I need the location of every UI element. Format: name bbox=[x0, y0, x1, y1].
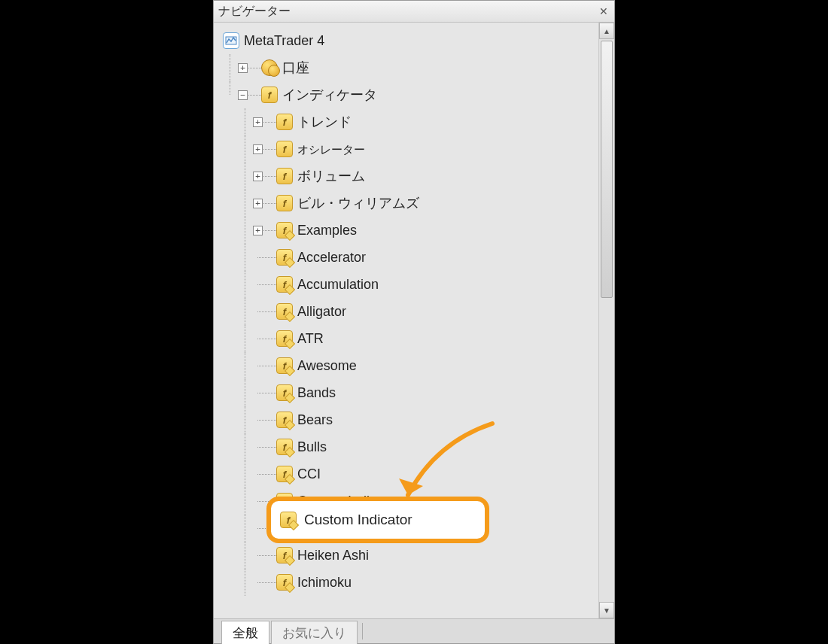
expand-toggle[interactable]: + bbox=[253, 226, 263, 235]
expand-toggle[interactable]: + bbox=[238, 63, 248, 73]
function-icon: f bbox=[261, 87, 278, 103]
tree-root[interactable]: MetaTrader 4 bbox=[223, 27, 595, 54]
expand-toggle[interactable]: + bbox=[253, 199, 263, 208]
tree-item-label: Accumulation bbox=[297, 278, 379, 291]
tree-item-cci[interactable]: f CCI bbox=[223, 460, 595, 488]
tree-item-label: ATR bbox=[297, 332, 324, 345]
tree-folder-trend[interactable]: + f トレンド bbox=[223, 108, 595, 135]
tree-item-awesome[interactable]: f Awesome bbox=[223, 352, 595, 379]
function-icon: f bbox=[276, 141, 293, 157]
function-icon: f bbox=[276, 493, 293, 509]
tree-item-accelerator[interactable]: f Accelerator bbox=[223, 244, 595, 271]
tree-root-label: MetaTrader 4 bbox=[244, 34, 324, 47]
tree-item-label: Custom Moving Averages bbox=[297, 521, 452, 535]
function-icon: f bbox=[276, 168, 293, 184]
tree-item-accumulation[interactable]: f Accumulation bbox=[223, 271, 595, 298]
function-icon: f bbox=[276, 303, 293, 320]
tree-item-custom-indicator[interactable]: f Custom Indicator bbox=[223, 488, 595, 515]
navigator-panel: ナビゲーター ✕ MetaTrader 4 + 口座 bbox=[213, 0, 615, 644]
expand-toggle[interactable]: + bbox=[253, 172, 263, 181]
tree-item-label: Alligator bbox=[297, 305, 346, 318]
app-icon bbox=[223, 32, 239, 49]
tree-item-label: Heiken Ashi bbox=[297, 548, 369, 562]
tab-label: 全般 bbox=[233, 626, 258, 640]
tree-item-label: Examples bbox=[297, 223, 357, 237]
function-icon: f bbox=[276, 412, 293, 428]
tree-folder-examples[interactable]: + f Examples bbox=[223, 217, 595, 244]
vertical-scrollbar[interactable]: ▲ ▼ bbox=[598, 23, 614, 618]
tree-item-atr[interactable]: f ATR bbox=[223, 325, 595, 352]
tab-general[interactable]: 全般 bbox=[221, 621, 269, 644]
tab-favorite[interactable]: お気に入り bbox=[271, 621, 358, 644]
scroll-track[interactable] bbox=[599, 39, 614, 602]
panel-titlebar: ナビゲーター ✕ bbox=[214, 1, 614, 23]
function-icon: f bbox=[276, 384, 293, 401]
function-icon: f bbox=[276, 574, 293, 591]
tree-item-ichimoku[interactable]: f Ichimoku bbox=[223, 569, 595, 596]
tab-label: お気に入り bbox=[282, 626, 346, 640]
tree-item-label: インディケータ bbox=[282, 88, 377, 102]
accounts-icon bbox=[261, 59, 278, 76]
function-icon: f bbox=[276, 114, 293, 130]
tree-item-label: ビル・ウィリアムズ bbox=[297, 196, 419, 210]
function-icon: f bbox=[276, 547, 293, 564]
tree-item-heiken-ashi[interactable]: f Heiken Ashi bbox=[223, 542, 595, 569]
tree-folder-volume[interactable]: + f ボリューム bbox=[223, 163, 595, 190]
tree-item-label: ボリューム bbox=[297, 169, 365, 183]
function-icon: f bbox=[276, 520, 293, 536]
expand-toggle[interactable]: + bbox=[253, 117, 263, 127]
function-icon: f bbox=[276, 439, 293, 455]
tree: MetaTrader 4 + 口座 − f インディケータ bbox=[214, 23, 598, 596]
tree-area: MetaTrader 4 + 口座 − f インディケータ bbox=[214, 23, 614, 618]
scroll-down-icon[interactable]: ▼ bbox=[599, 602, 614, 618]
tree-item-label: 口座 bbox=[282, 61, 309, 74]
tab-divider bbox=[362, 623, 364, 639]
tree-item-custom-moving-averages[interactable]: f Custom Moving Averages bbox=[223, 515, 595, 542]
tree-item-label: Awesome bbox=[297, 359, 357, 372]
function-icon: f bbox=[276, 357, 293, 374]
panel-title: ナビゲーター bbox=[218, 4, 598, 20]
tree-item-label: トレンド bbox=[297, 115, 352, 129]
tree-indicators[interactable]: − f インディケータ bbox=[223, 81, 595, 108]
tree-item-label: Accelerator bbox=[297, 251, 366, 264]
expand-toggle[interactable]: + bbox=[253, 144, 263, 154]
tree-folder-oscillator[interactable]: + f オシレーター bbox=[223, 135, 595, 163]
tree-item-label: CCI bbox=[297, 467, 321, 481]
function-icon: f bbox=[276, 466, 293, 482]
function-icon: f bbox=[276, 249, 293, 266]
tree-scroll[interactable]: MetaTrader 4 + 口座 − f インディケータ bbox=[214, 23, 598, 618]
function-icon: f bbox=[276, 330, 293, 347]
close-icon[interactable]: ✕ bbox=[598, 5, 610, 17]
tree-item-label: Bands bbox=[297, 386, 336, 399]
tree-item-alligator[interactable]: f Alligator bbox=[223, 298, 595, 325]
tree-item-bears[interactable]: f Bears bbox=[223, 406, 595, 433]
tree-item-label: Bulls bbox=[297, 440, 327, 454]
function-icon: f bbox=[276, 222, 293, 238]
function-icon: f bbox=[276, 195, 293, 211]
bottom-tabs: 全般 お気に入り bbox=[214, 618, 614, 643]
tree-item-bulls[interactable]: f Bulls bbox=[223, 433, 595, 460]
tree-item-label: Ichimoku bbox=[297, 576, 352, 589]
tree-folder-bill-williams[interactable]: + f ビル・ウィリアムズ bbox=[223, 190, 595, 217]
tree-item-label: Custom Indicator bbox=[297, 494, 400, 508]
scroll-up-icon[interactable]: ▲ bbox=[599, 23, 614, 39]
function-icon: f bbox=[276, 276, 293, 293]
tree-accounts[interactable]: + 口座 bbox=[223, 54, 595, 81]
tree-item-label: オシレーター bbox=[297, 144, 365, 155]
collapse-toggle[interactable]: − bbox=[238, 90, 248, 100]
tree-item-label: Bears bbox=[297, 413, 333, 427]
tree-item-bands[interactable]: f Bands bbox=[223, 379, 595, 406]
scroll-thumb[interactable] bbox=[601, 41, 613, 298]
